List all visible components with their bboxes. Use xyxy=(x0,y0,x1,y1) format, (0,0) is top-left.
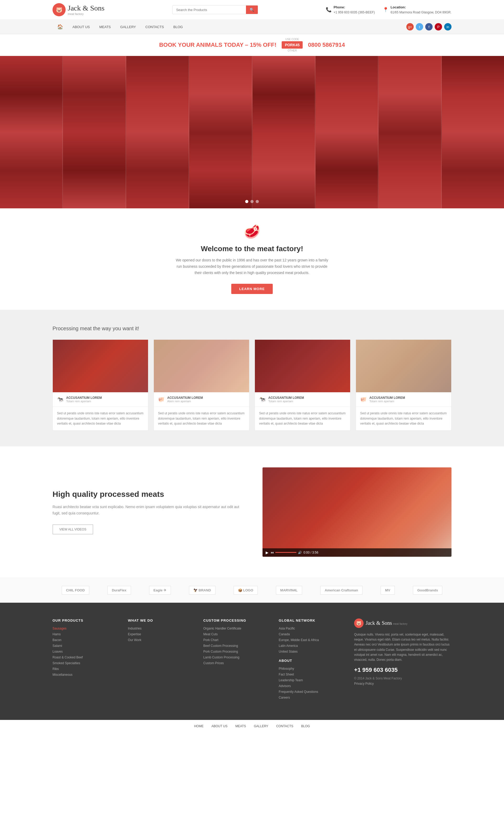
location-city: Glasgow, DO4 89GR. xyxy=(421,11,451,14)
footer-whatwedo-title: WHAT WE DO xyxy=(128,619,193,623)
product-body-2: Sed ut peratis unde omnis iste natus err… xyxy=(154,407,249,430)
product-icon-2: 🐖 xyxy=(158,396,165,403)
bottom-nav-about[interactable]: ABOUT US xyxy=(211,724,227,728)
footer-brand-desc: Quisque nulls. Vivera nisl, porta vel, s… xyxy=(354,632,451,662)
footer-link-meatcuts[interactable]: Meat Cuts xyxy=(203,633,268,636)
footer-link-salami[interactable]: Salami xyxy=(53,644,117,648)
nav-home[interactable]: 🏠 xyxy=(53,20,68,34)
footer-whatwedo-col: WHAT WE DO Industries Expertise Our Work xyxy=(128,619,193,702)
video-section: High quality processed meats Ruasi archi… xyxy=(0,446,504,578)
partner-9: GoodBrands xyxy=(413,586,443,594)
bottom-nav-home[interactable]: HOME xyxy=(194,724,203,728)
logo-sub: meat factory xyxy=(68,12,104,15)
welcome-description: We opened our doors to the public in 199… xyxy=(173,257,331,276)
search-bar: 🔍 xyxy=(172,5,258,14)
products-section-title: Processing meat the way you want it! xyxy=(53,326,451,332)
volume-icon[interactable]: 🔊 xyxy=(298,551,302,554)
product-image-1 xyxy=(53,340,148,392)
bottom-nav-contacts[interactable]: CONTACTS xyxy=(276,724,293,728)
partner-4: 🦅 BRAND xyxy=(189,586,216,594)
social-facebook-icon[interactable]: f xyxy=(425,23,433,30)
promo-code-label: USE CODE xyxy=(285,38,299,41)
slider-dot-3[interactable] xyxy=(256,200,259,203)
logo-brand: Jack & Sons xyxy=(68,4,104,12)
bottom-nav-gallery[interactable]: GALLERY xyxy=(254,724,268,728)
footer-link-advisors[interactable]: Advisors xyxy=(279,684,344,688)
slider-dot-1[interactable] xyxy=(245,200,248,203)
partner-3: Eagle ✈ xyxy=(149,586,171,594)
partner-7: American Craftsman xyxy=(320,586,363,594)
footer-link-porkchart[interactable]: Pork Chart xyxy=(203,638,268,642)
nav-blog[interactable]: BLOG xyxy=(169,21,187,33)
product-icon-1: 🐄 xyxy=(57,396,64,403)
footer-link-misc[interactable]: Miscellaneous xyxy=(53,673,117,677)
footer-logo-area: 🐷 Jack & Sons meat factory xyxy=(354,619,451,628)
footer-link-smoked[interactable]: Smoked Specialties xyxy=(53,661,117,665)
product-body-3: Sed ut peratis unde omnis iste natus err… xyxy=(255,407,350,430)
footer-link-careers[interactable]: Careers xyxy=(279,696,344,699)
product-subtitle-4: Totam rem aperiam xyxy=(369,400,405,403)
footer-link-industries[interactable]: Industries xyxy=(128,627,193,630)
bottom-nav: HOME ABOUT US MEATS GALLERY CONTACTS BLO… xyxy=(0,720,504,732)
footer-link-organic[interactable]: Organic Handler Certificate xyxy=(203,627,268,630)
social-google-icon[interactable]: g+ xyxy=(406,23,414,30)
product-subtitle-1: Totam rem aperiam xyxy=(66,400,102,403)
footer-copyright: © 2014 Jack & Sons Meat Factory xyxy=(354,677,451,680)
nav-gallery[interactable]: GALLERY xyxy=(115,21,141,33)
footer-global-col: GLOBAL NETWORK Asia Pacific Canada Europ… xyxy=(279,619,344,702)
product-title-3: ACCUSANTIUM LOREM xyxy=(268,396,304,400)
product-image-4 xyxy=(356,340,451,392)
footer-link-ribs[interactable]: Ribs xyxy=(53,667,117,671)
footer-link-porkcustom[interactable]: Pork Custom Processing xyxy=(203,650,268,654)
footer-link-expertise[interactable]: Expertise xyxy=(128,633,193,636)
slider-dot-2[interactable] xyxy=(250,200,254,203)
social-twitter-icon[interactable]: t xyxy=(416,23,423,30)
footer-link-roast[interactable]: Roast & Cooked Beef xyxy=(53,656,117,659)
footer-link-customprices[interactable]: Custom Prices xyxy=(203,661,268,665)
bottom-nav-meats[interactable]: MEATS xyxy=(235,724,246,728)
video-player-area: ▶ ⏮ 🔊 0:00 / 3:56 xyxy=(263,467,451,557)
bottom-nav-blog[interactable]: BLOG xyxy=(301,724,310,728)
footer-products-title: OUR PRODUCTS xyxy=(53,619,117,623)
promo-code-area: USE CODE PORK45 OTHER xyxy=(282,38,303,52)
view-videos-button[interactable]: VIEW ALL VIDEOS xyxy=(53,524,93,534)
nav-contacts[interactable]: CONTACTS xyxy=(141,21,169,33)
progress-bar[interactable] xyxy=(275,552,296,553)
product-title-2: ACCUSANTIUM LOREM xyxy=(167,396,203,400)
social-pinterest-icon[interactable]: P xyxy=(435,23,442,30)
learn-more-button[interactable]: LEARN MORE xyxy=(231,284,272,294)
footer-link-usa[interactable]: United States xyxy=(279,650,344,654)
partners-section: CHIL FOOD DuraFlex Eagle ✈ 🦅 BRAND 📦 LOG… xyxy=(0,578,504,603)
footer-link-faq[interactable]: Frequently Asked Questions xyxy=(279,690,344,694)
social-linkedin-icon[interactable]: in xyxy=(444,23,451,30)
footer-link-sausages[interactable]: Sausages xyxy=(53,627,117,630)
nav-meats[interactable]: MEATS xyxy=(95,21,115,33)
search-input[interactable] xyxy=(172,6,246,14)
footer-link-factsheet[interactable]: Fact Sheet xyxy=(279,673,344,676)
header-contact: 📞 Phone: +1 959 603 6035 (365-BEEF) 📍 Lo… xyxy=(326,5,451,15)
footer-link-bacon[interactable]: Bacon xyxy=(53,638,117,642)
product-title-4: ACCUSANTIUM LOREM xyxy=(369,396,405,400)
product-card-3: 🐄 ACCUSANTIUM LOREM Totam rem aperiam Se… xyxy=(255,340,350,431)
footer-link-loaves[interactable]: Loaves xyxy=(53,650,117,654)
footer-link-leadership[interactable]: Leadership Team xyxy=(279,678,344,682)
footer-link-beefcustom[interactable]: Beef Custom Processing xyxy=(203,644,268,648)
footer-link-lambcustom[interactable]: Lamb Custom Processing xyxy=(203,656,268,659)
play-button[interactable]: ▶ xyxy=(266,550,269,555)
footer-phone: +1 959 603 6035 xyxy=(354,667,451,674)
footer-privacy-link[interactable]: Privacy Policy xyxy=(354,682,374,686)
footer-link-latam[interactable]: Latin America xyxy=(279,644,344,648)
footer-link-canada[interactable]: Canada xyxy=(279,633,344,636)
nav-about[interactable]: ABOUT US xyxy=(68,21,95,33)
footer-link-europe[interactable]: Europe, Middle East & Africa xyxy=(279,638,344,642)
search-button[interactable]: 🔍 xyxy=(246,6,258,14)
footer-link-ourwork[interactable]: Our Work xyxy=(128,638,193,642)
welcome-title: Welcome to the meat factory! xyxy=(53,245,451,253)
footer-link-philosophy[interactable]: Philosophy xyxy=(279,667,344,671)
product-card-2: 🐖 ACCUSANTIUM LOREM Atem rem aperiam Sed… xyxy=(154,340,249,431)
logo-text-area: Jack & Sons meat factory xyxy=(68,4,104,15)
footer-link-asiapacific[interactable]: Asia Pacific xyxy=(279,627,344,630)
footer-link-hams[interactable]: Hams xyxy=(53,633,117,636)
partner-2: DuraFlex xyxy=(107,586,131,594)
rewind-icon[interactable]: ⏮ xyxy=(271,551,274,554)
